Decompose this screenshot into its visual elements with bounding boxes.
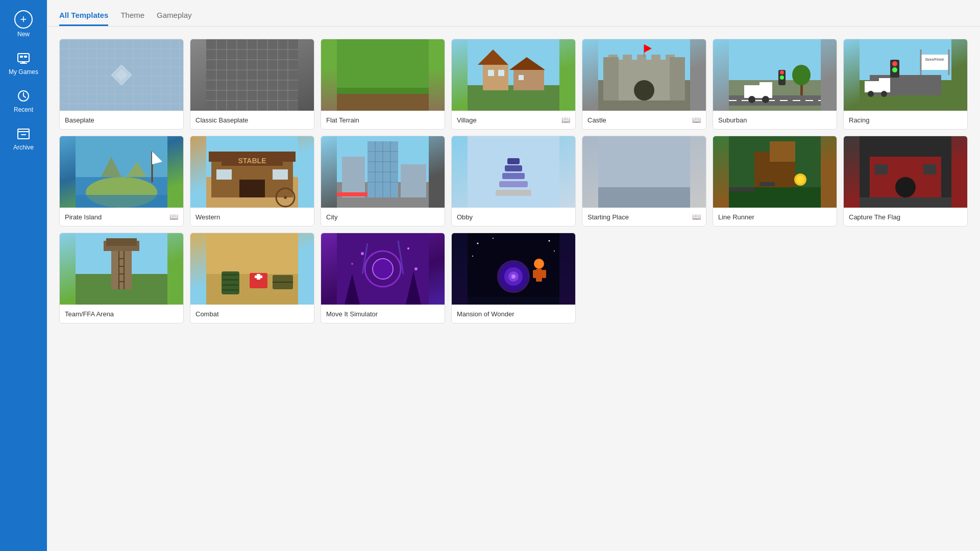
- template-card-suburban[interactable]: Suburban: [713, 39, 837, 130]
- svg-rect-112: [499, 181, 528, 187]
- svg-rect-34: [488, 70, 494, 76]
- template-label-village: Village 📖: [452, 111, 575, 129]
- village-book-icon: 📖: [561, 116, 570, 124]
- svg-rect-109: [337, 192, 368, 196]
- tab-all-templates[interactable]: All Templates: [59, 11, 108, 26]
- new-button[interactable]: + New: [0, 4, 47, 44]
- template-card-move-it-simulator[interactable]: Move It Simulator: [321, 233, 445, 323]
- svg-point-163: [351, 263, 353, 265]
- new-plus-icon: +: [14, 10, 33, 29]
- svg-point-164: [414, 267, 418, 270]
- svg-rect-41: [623, 55, 632, 65]
- template-thumb-combat: [190, 233, 314, 305]
- template-label-starting-place: Starting Place 📖: [582, 208, 706, 226]
- svg-rect-175: [468, 297, 559, 305]
- template-card-pirate-island[interactable]: Pirate Island 📖: [59, 136, 184, 227]
- svg-point-171: [534, 259, 544, 269]
- svg-point-56: [780, 70, 784, 74]
- template-label-mansion-of-wonder: Mansion of Wonder: [452, 305, 575, 323]
- template-card-western[interactable]: STABLE Western: [190, 136, 314, 227]
- svg-point-124: [796, 176, 804, 184]
- tab-gameplay[interactable]: Gameplay: [157, 11, 191, 26]
- svg-rect-131: [923, 164, 936, 174]
- svg-rect-129: [895, 177, 916, 197]
- template-card-baseplate[interactable]: Baseplate: [59, 39, 184, 130]
- template-thumb-capture-the-flag: [844, 136, 967, 208]
- svg-rect-35: [498, 70, 504, 76]
- svg-rect-67: [921, 55, 949, 70]
- svg-rect-75: [879, 78, 890, 87]
- svg-rect-153: [257, 274, 260, 280]
- svg-point-73: [892, 67, 897, 72]
- svg-rect-45: [634, 80, 654, 101]
- svg-rect-115: [507, 158, 520, 164]
- recent-label: Recent: [14, 106, 33, 113]
- svg-point-158: [373, 259, 393, 279]
- svg-rect-130: [875, 164, 888, 174]
- svg-rect-2: [24, 56, 27, 58]
- my-games-label: My Games: [9, 68, 38, 76]
- template-thumb-mansion-of-wonder: [452, 233, 575, 305]
- svg-point-61: [762, 96, 769, 103]
- svg-text:Store/Finish: Store/Finish: [925, 58, 944, 61]
- template-thumb-racing: Store/Finish: [844, 39, 967, 111]
- template-card-castle[interactable]: Castle 📖: [582, 39, 706, 130]
- svg-point-161: [361, 252, 364, 255]
- svg-point-96: [284, 196, 287, 199]
- svg-rect-85: [76, 195, 167, 208]
- svg-rect-147: [223, 274, 238, 276]
- svg-rect-118: [598, 187, 690, 208]
- template-grid: Baseplate: [59, 39, 968, 323]
- template-card-capture-the-flag[interactable]: Capture The Flag: [843, 136, 968, 227]
- template-label-flat-terrain: Flat Terrain: [321, 111, 445, 129]
- template-label-racing: Racing: [844, 111, 967, 129]
- template-card-village[interactable]: Village 📖: [451, 39, 576, 130]
- template-label-baseplate: Baseplate: [60, 111, 183, 129]
- template-label-western: Western: [190, 208, 314, 226]
- template-thumb-team-ffa-arena: [60, 233, 183, 305]
- sidebar-item-my-games[interactable]: My Games: [0, 44, 47, 82]
- svg-point-178: [549, 240, 550, 242]
- template-thumb-city: [321, 136, 445, 208]
- template-thumb-castle: [582, 39, 706, 111]
- sidebar-item-recent[interactable]: Recent: [0, 82, 47, 119]
- svg-rect-173: [533, 270, 537, 278]
- svg-point-72: [892, 61, 897, 66]
- template-card-team-ffa-arena[interactable]: Team/FFA Arena: [59, 233, 184, 323]
- template-card-obby[interactable]: Obby: [451, 136, 576, 227]
- tab-theme[interactable]: Theme: [120, 11, 144, 26]
- svg-rect-10: [206, 39, 298, 111]
- template-card-flat-terrain[interactable]: Flat Terrain: [321, 39, 445, 130]
- template-card-racing[interactable]: Store/Finish: [843, 39, 968, 130]
- template-thumb-flat-terrain: [321, 39, 445, 111]
- template-card-starting-place[interactable]: Starting Place 📖: [582, 136, 706, 227]
- template-label-classic-baseplate: Classic Baseplate: [190, 111, 314, 129]
- svg-rect-36: [519, 75, 524, 80]
- template-card-combat[interactable]: Combat: [190, 233, 314, 323]
- svg-point-63: [792, 65, 811, 85]
- svg-rect-122: [770, 141, 795, 162]
- svg-rect-42: [637, 55, 646, 65]
- svg-rect-150: [223, 289, 238, 291]
- svg-rect-93: [216, 169, 232, 180]
- svg-text:STABLE: STABLE: [238, 157, 266, 165]
- svg-rect-132: [860, 197, 951, 208]
- svg-rect-94: [273, 169, 288, 180]
- svg-point-177: [493, 238, 494, 239]
- template-label-move-it-simulator: Move It Simulator: [321, 305, 445, 323]
- svg-rect-111: [496, 190, 531, 196]
- sidebar-item-archive[interactable]: Archive: [0, 119, 47, 157]
- sidebar: + New My Games Recent: [0, 0, 47, 551]
- svg-rect-27: [337, 88, 429, 94]
- template-card-classic-baseplate[interactable]: Classic Baseplate: [190, 39, 314, 130]
- template-thumb-village: [452, 39, 575, 111]
- template-card-mansion-of-wonder[interactable]: Mansion of Wonder: [451, 233, 576, 323]
- svg-point-179: [554, 251, 555, 252]
- template-card-city[interactable]: City: [321, 136, 445, 227]
- template-thumb-pirate-island: [60, 136, 183, 208]
- svg-point-57: [780, 76, 784, 80]
- svg-rect-114: [505, 165, 522, 171]
- svg-rect-108: [401, 164, 426, 197]
- svg-point-180: [472, 256, 473, 257]
- template-card-line-runner[interactable]: Line Runner: [713, 136, 837, 227]
